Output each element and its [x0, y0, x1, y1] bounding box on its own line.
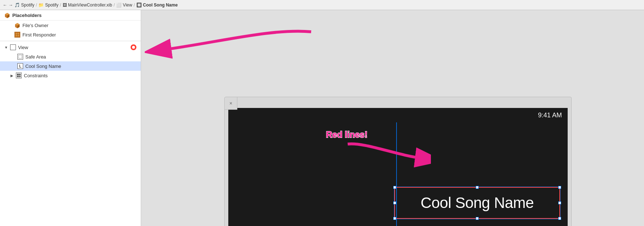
handle-top-left [393, 186, 396, 189]
breadcrumb-item-5[interactable]: 🔲 Cool Song Name [136, 3, 178, 8]
sidebar-divider [0, 41, 141, 41]
breadcrumb-item-3[interactable]: 🖼 MainViewController.xib [63, 3, 112, 8]
device-screen: 9:41 AM Cool Song Name [228, 108, 568, 226]
placeholders-header: Placeholders [0, 10, 141, 21]
handle-top-mid [476, 186, 479, 189]
handle-top-right [558, 186, 561, 189]
status-bar: 9:41 AM [228, 108, 568, 122]
view-warning-badge [131, 44, 136, 50]
sidebar-item-safe-area[interactable]: Safe Area [0, 52, 141, 61]
breadcrumb-item-2[interactable]: 📁 Spotify [38, 3, 58, 8]
sidebar-item-view[interactable]: ▼ View [0, 43, 141, 52]
device-frame: × 9:41 AM [224, 97, 572, 226]
sidebar: Placeholders File's Owner First Responde… [0, 10, 141, 226]
canvas-area: × 9:41 AM [141, 10, 644, 226]
breadcrumb-bar: ← → 🎵 Spotify / 📁 Spotify / 🖼 MainViewCo… [0, 0, 644, 10]
first-responder-icon [14, 32, 20, 38]
view-chevron[interactable]: ▼ [4, 45, 8, 49]
label-icon: L [17, 63, 23, 69]
constraints-chevron[interactable]: ▶ [10, 74, 14, 77]
nav-forward[interactable]: → [9, 3, 13, 8]
status-time: 9:41 AM [538, 112, 562, 119]
nav-back[interactable]: ← [3, 3, 7, 8]
constraints-icon [16, 73, 22, 78]
selected-label-wrapper: Cool Song Name [394, 187, 560, 219]
handle-bot-mid [476, 217, 479, 220]
sidebar-item-cool-song-name[interactable]: L Cool Song Name [0, 61, 141, 71]
red-lines-arrow [337, 137, 431, 173]
handle-bot-right [558, 217, 561, 220]
handle-bot-left [393, 217, 396, 220]
files-owner-icon [14, 22, 20, 28]
sidebar-item-constraints[interactable]: ▶ Constraints [0, 71, 141, 80]
cool-song-name-text: Cool Song Name [421, 194, 534, 212]
view-icon [10, 44, 16, 50]
sidebar-item-files-owner[interactable]: File's Owner [0, 21, 141, 30]
sidebar-item-first-responder[interactable]: First Responder [0, 30, 141, 39]
main-area: Placeholders File's Owner First Responde… [0, 10, 644, 226]
sidebar-arrow-annotation [145, 21, 326, 64]
handle-mid-left [393, 201, 396, 204]
safe-area-icon [17, 54, 23, 60]
device-close-button[interactable]: × [224, 97, 237, 110]
breadcrumb-item-4[interactable]: ⬜ View [116, 3, 132, 8]
breadcrumb-item-1[interactable]: 🎵 Spotify [14, 3, 34, 8]
handle-mid-right [558, 201, 561, 204]
cube-icon [4, 12, 10, 18]
selected-element[interactable]: Cool Song Name [394, 187, 560, 219]
